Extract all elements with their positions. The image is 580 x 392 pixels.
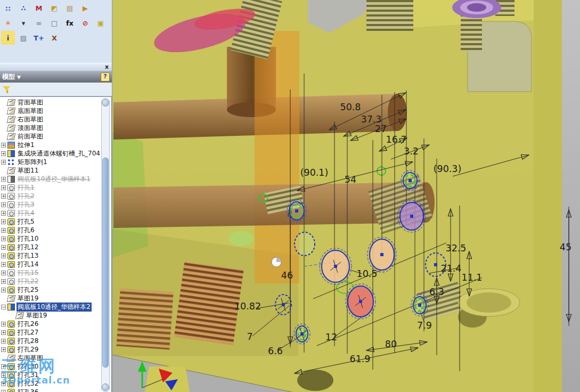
snap-point-icon[interactable]: ::: [1, 1, 15, 15]
filter-funnel-icon[interactable]: [2, 85, 11, 94]
expand-plus-icon[interactable]: +: [1, 151, 6, 156]
expand-plus-icon[interactable]: +: [1, 211, 6, 216]
stamp-icon[interactable]: ▨: [17, 31, 30, 45]
dimension-label[interactable]: 7: [247, 331, 252, 342]
dimension-label[interactable]: 3.2: [404, 146, 419, 157]
viewport-3d[interactable]: 50.837.32716.73.2(90.1)54(90.3)4532.521.…: [112, 0, 580, 392]
tree-item[interactable]: 前面草图: [0, 132, 100, 141]
dimension-label[interactable]: 10.82: [234, 301, 261, 312]
close-icon[interactable]: x: [105, 63, 109, 70]
expand-plus-icon[interactable]: +: [1, 381, 6, 386]
tree-item[interactable]: 底面草图: [0, 107, 100, 115]
customize-icon[interactable]: X: [47, 31, 61, 45]
expand-plus-icon[interactable]: +: [1, 254, 6, 258]
text-plus-icon[interactable]: T+: [32, 31, 46, 45]
tree-item[interactable]: +阀底板10通径_华德样本1: [0, 175, 100, 183]
expand-plus-icon[interactable]: +: [1, 271, 6, 275]
tree-item[interactable]: +打孔14: [0, 260, 100, 268]
expand-plus-icon[interactable]: +: [1, 219, 6, 224]
point-set-icon[interactable]: ∴: [17, 1, 30, 15]
expand-plus-icon[interactable]: +: [1, 330, 6, 335]
open-part-icon[interactable]: ▶: [78, 1, 92, 15]
tree-item[interactable]: +打孔32: [0, 379, 100, 388]
expand-plus-icon[interactable]: +: [1, 390, 6, 392]
dimension-label[interactable]: 7.9: [417, 320, 432, 331]
dimension-label[interactable]: 61.9: [350, 354, 371, 364]
model-scene[interactable]: 50.837.32716.73.2(90.1)54(90.3)4532.521.…: [112, 0, 580, 392]
tree-item[interactable]: +打孔30: [0, 362, 100, 371]
hole-highlight[interactable]: [295, 232, 315, 256]
dimension-label[interactable]: 10.5: [357, 268, 378, 279]
expand-plus-icon[interactable]: +: [1, 262, 6, 267]
dimension-label[interactable]: 6.3: [429, 287, 444, 297]
link-icon[interactable]: ∞: [32, 16, 46, 30]
expand-plus-icon[interactable]: +: [1, 364, 6, 369]
tree-item[interactable]: 背面草图: [0, 98, 100, 107]
tree-item[interactable]: +矩形阵列1: [0, 158, 100, 166]
scroll-down-button[interactable]: [102, 383, 109, 391]
no-entry-icon[interactable]: ⊘: [78, 16, 92, 30]
expand-plus-icon[interactable]: +: [1, 202, 6, 207]
help-button[interactable]: ?: [101, 72, 110, 81]
tree-item[interactable]: +打孔13: [0, 251, 100, 260]
tree-item[interactable]: +打孔29: [0, 345, 100, 354]
dimension-label[interactable]: 11.1: [462, 272, 483, 283]
tree-item[interactable]: +打孔25: [0, 285, 100, 294]
scroll-thumb[interactable]: [102, 158, 109, 368]
tree-item[interactable]: +打孔2: [0, 192, 100, 200]
dropdown-arrow-icon[interactable]: ▾: [17, 16, 30, 30]
tree-item[interactable]: +打孔1: [0, 183, 100, 192]
tree-item[interactable]: +打孔26: [0, 320, 100, 328]
tree-item[interactable]: +打孔15: [0, 268, 100, 277]
tree-item[interactable]: +打孔27: [0, 328, 100, 337]
dimension-label[interactable]: 32.5: [446, 243, 467, 254]
chevron-down-icon[interactable]: ▼: [17, 75, 101, 80]
tree-item[interactable]: +打孔36: [0, 388, 100, 392]
dimension-label[interactable]: 6.6: [268, 346, 283, 356]
expand-plus-icon[interactable]: +: [1, 373, 6, 378]
sheet-icon[interactable]: ▤: [63, 1, 77, 15]
tree-item[interactable]: +打孔5: [0, 217, 100, 226]
tree-item[interactable]: +打孔12: [0, 243, 100, 251]
expand-plus-icon[interactable]: +: [1, 322, 6, 326]
tree-item[interactable]: 顶面草图: [0, 124, 100, 132]
tree-item[interactable]: 右面草图: [0, 115, 100, 124]
expand-plus-icon[interactable]: +: [1, 347, 6, 352]
tree-item[interactable]: +集成块通道体螺钉槽_孔_704: [0, 149, 100, 158]
dimension-label[interactable]: (90.1): [300, 167, 329, 178]
tree-item[interactable]: +打孔6: [0, 226, 100, 234]
expand-plus-icon[interactable]: +: [1, 236, 6, 241]
expression-fx-icon[interactable]: fx: [63, 16, 77, 30]
dimension-label[interactable]: 80: [385, 339, 397, 349]
tree-item[interactable]: +打孔10: [0, 234, 100, 243]
dimension-label[interactable]: 54: [345, 174, 356, 185]
panel-splitter[interactable]: x: [0, 63, 112, 71]
drag-handle-ball[interactable]: [272, 257, 281, 267]
expand-plus-icon[interactable]: +: [1, 177, 6, 182]
dimension-label[interactable]: 50.8: [340, 102, 361, 112]
collapse-minus-icon[interactable]: −: [1, 305, 6, 309]
tree-item[interactable]: 草图19: [0, 311, 100, 320]
expand-plus-icon[interactable]: +: [1, 339, 6, 344]
tree-item[interactable]: +打孔3: [0, 200, 100, 209]
expand-plus-icon[interactable]: +: [1, 143, 6, 148]
expand-plus-icon[interactable]: +: [1, 228, 6, 233]
dimension-label[interactable]: 45: [560, 242, 571, 252]
tree-item[interactable]: +打孔31: [0, 371, 100, 379]
tree-item[interactable]: −阀底板10通径_华德样本2: [0, 303, 100, 311]
point-tool-icon[interactable]: ☀: [1, 16, 15, 30]
tree-item[interactable]: 草图19: [0, 294, 100, 303]
expand-plus-icon[interactable]: +: [1, 160, 6, 165]
dimension-label[interactable]: 16.7: [386, 134, 407, 145]
tree-item[interactable]: +拉伸1: [0, 141, 100, 149]
new-doc-icon[interactable]: □: [47, 16, 61, 30]
scroll-up-button[interactable]: [102, 99, 109, 107]
tree-item[interactable]: +打孔4: [0, 209, 100, 217]
tree-item[interactable]: 草图11: [0, 166, 100, 175]
tree-item[interactable]: 左面草图: [0, 354, 100, 362]
dimension-label[interactable]: (90.3): [434, 164, 462, 174]
solid-body-icon[interactable]: ◩: [47, 1, 61, 15]
tree-scrollbar[interactable]: [101, 98, 110, 392]
dimension-label[interactable]: 27: [375, 124, 387, 134]
expand-plus-icon[interactable]: +: [1, 288, 6, 292]
